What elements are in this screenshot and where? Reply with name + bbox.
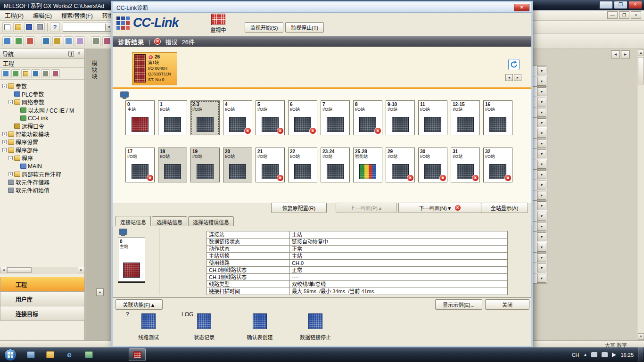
menu-item[interactable]: 工程(P) (0, 10, 28, 21)
station-card[interactable]: 20 I/O站 × (223, 148, 252, 182)
tree-expand-toggle[interactable] (2, 180, 7, 184)
station-card[interactable]: 21 I/O站 × (256, 148, 285, 182)
maximize-button[interactable]: ❐ (614, 1, 627, 9)
station-card[interactable]: 6 I/O站 × (288, 100, 317, 135)
tree-expand-toggle[interactable]: - (2, 84, 7, 88)
dropdown-arrow-icon[interactable]: ▼ (537, 149, 546, 158)
station-card[interactable]: 19 I/O站 × (190, 148, 220, 182)
taskbar-browser-icon[interactable]: e (61, 348, 78, 361)
clock[interactable]: 16:25 (620, 352, 634, 358)
dropdown-arrow-icon[interactable]: ▼ (537, 232, 546, 241)
dropdown-arrow-icon[interactable]: ▼ (537, 201, 546, 210)
show-example-button[interactable]: 显示示例(E)... (435, 299, 482, 310)
toolbar-icon[interactable] (11, 69, 20, 78)
close-dialog-button[interactable]: 关闭 (485, 299, 529, 310)
tree-expand-toggle[interactable]: - (8, 156, 13, 160)
station-card[interactable]: 32 I/O站 × (483, 148, 512, 182)
dropdown-arrow-icon[interactable]: ▼ (537, 181, 546, 189)
menu-item[interactable]: 编辑(E) (28, 10, 57, 21)
show-all-stations-button[interactable]: 全站显示(A) (481, 203, 528, 213)
scroll-up-icon[interactable]: ▲ (96, 288, 104, 296)
pin-icon[interactable] (68, 51, 74, 57)
dialog-titlebar[interactable]: CC-Link诊断 × (113, 2, 531, 13)
station-card[interactable]: 30 I/O站 × (418, 148, 447, 182)
tree-item[interactable]: + 局部软元件注释 (0, 170, 84, 178)
station-card[interactable]: 12-15 I/O站 × (451, 100, 480, 135)
station-card[interactable]: 31 I/O站 × (451, 148, 480, 182)
scroll-left-icon[interactable]: ◄ (611, 50, 620, 58)
station-card[interactable]: 1 I/O站 × (158, 100, 187, 135)
toolbar-icon[interactable] (91, 36, 101, 46)
tool-item[interactable]: ? 线路测试 (126, 311, 171, 346)
dropdown-arrow-icon[interactable]: ▼ (537, 274, 546, 283)
navigation-mode-button[interactable]: 连接目标 (0, 306, 85, 321)
toolbar-icon[interactable] (1, 69, 10, 78)
dropdown-arrow-icon[interactable]: ▼ (537, 253, 546, 262)
tree-expand-toggle[interactable]: - (8, 100, 13, 104)
tree-expand-toggle[interactable] (8, 124, 13, 128)
dropdown-arrow-icon[interactable]: ▼ (537, 108, 546, 117)
dropdown-arrow-icon[interactable]: ▼ (537, 160, 546, 169)
toolbar-icon[interactable] (75, 36, 85, 46)
station-card[interactable]: 0 主站 × (125, 100, 155, 135)
toolbar-icon[interactable] (51, 69, 60, 78)
previous-screen-button[interactable]: 上一画面(P)▲ (336, 203, 397, 213)
tree-item[interactable]: MAIN (0, 162, 84, 170)
toolbar-icon[interactable] (64, 36, 74, 46)
horizontal-scrollbar[interactable]: ◄ ► (0, 267, 85, 273)
navigation-mode-button[interactable]: 工程 (0, 277, 85, 292)
ime-language-indicator[interactable]: CH (572, 352, 579, 358)
scroll-down-icon[interactable]: ▼ (638, 333, 644, 340)
station-card[interactable]: 8 I/O站 × (353, 100, 382, 135)
toolbar-icon[interactable] (41, 69, 50, 78)
dropdown-arrow-icon[interactable]: ▼ (537, 118, 546, 127)
station-card[interactable]: 4 I/O站 × (223, 100, 252, 135)
toolbar-icon[interactable] (21, 69, 30, 78)
help-icon[interactable]: ? (50, 22, 60, 32)
dropdown-arrow-icon[interactable]: ▼ (537, 66, 546, 75)
tree-expand-toggle[interactable]: + (2, 140, 7, 144)
station-card[interactable]: 25-28 智能站 × (353, 148, 382, 182)
tree-item[interactable]: + 程序设置 (0, 138, 84, 146)
module-next-icon[interactable]: ► (514, 74, 521, 81)
save-project-icon[interactable] (24, 22, 34, 32)
monitor-start-button[interactable]: 监视开始(S) (245, 22, 283, 33)
tree-expand-toggle[interactable]: - (2, 148, 7, 152)
tree-item[interactable]: 软元件存储器 (0, 178, 84, 186)
tree-item[interactable]: + 智能功能模块 (0, 130, 84, 138)
station-card[interactable]: 9-10 I/O站 × (386, 100, 415, 135)
close-button[interactable]: × (628, 1, 642, 9)
tree-expand-toggle[interactable] (15, 164, 19, 168)
toolbar-icon[interactable] (25, 36, 35, 46)
info-tab[interactable]: 选择站信息 (152, 216, 187, 226)
tree-item[interactable]: - 程序部件 (0, 146, 84, 154)
hidden-icons-arrow[interactable]: ▲ (584, 353, 587, 357)
network-icon[interactable] (591, 352, 597, 357)
toolbar-icon[interactable] (31, 69, 40, 78)
tree-item[interactable]: - 程序 (0, 154, 84, 162)
navigation-close-icon[interactable]: × (76, 51, 82, 57)
selected-module-card[interactable]: × 26 第1块 I/O 0040H QJ61BT11N ST. No 0 (132, 52, 177, 85)
station-card[interactable]: 22 I/O站 × (288, 148, 317, 182)
scroll-up-icon[interactable]: ▲ (638, 49, 644, 56)
scroll-right-icon[interactable]: ► (78, 267, 84, 273)
tree-item[interactable]: - 参数 (0, 82, 84, 90)
dropdown-arrow-icon[interactable]: ▼ (537, 129, 546, 138)
tool-item[interactable]: 数据链接停止 (293, 311, 338, 346)
info-tab[interactable]: 选择站错误信息 (188, 216, 234, 226)
station-card[interactable]: 18 I/O站 × (158, 148, 187, 182)
next-screen-button[interactable]: 下一画面(N)▼ × (398, 203, 481, 213)
station-card[interactable]: 7 I/O站 × (321, 100, 350, 135)
taskbar-viewer-icon[interactable] (80, 348, 97, 361)
dropdown-arrow-icon[interactable]: ▼ (537, 222, 546, 231)
station-card[interactable]: 5 I/O站 × (256, 100, 285, 135)
station-card[interactable]: 16 I/O站 × (483, 100, 512, 135)
toolbar-icon[interactable] (41, 36, 51, 46)
action-center-icon[interactable] (612, 353, 616, 357)
dropdown-arrow-icon[interactable]: ▼ (537, 191, 546, 200)
mdi-close-button[interactable]: × (631, 11, 641, 19)
tool-item[interactable]: 确认表创建 (237, 311, 282, 346)
taskbar-window-icon[interactable] (22, 348, 39, 361)
dialog-close-button[interactable]: × (514, 4, 529, 11)
station-card[interactable]: 11 I/O站 × (418, 100, 447, 135)
